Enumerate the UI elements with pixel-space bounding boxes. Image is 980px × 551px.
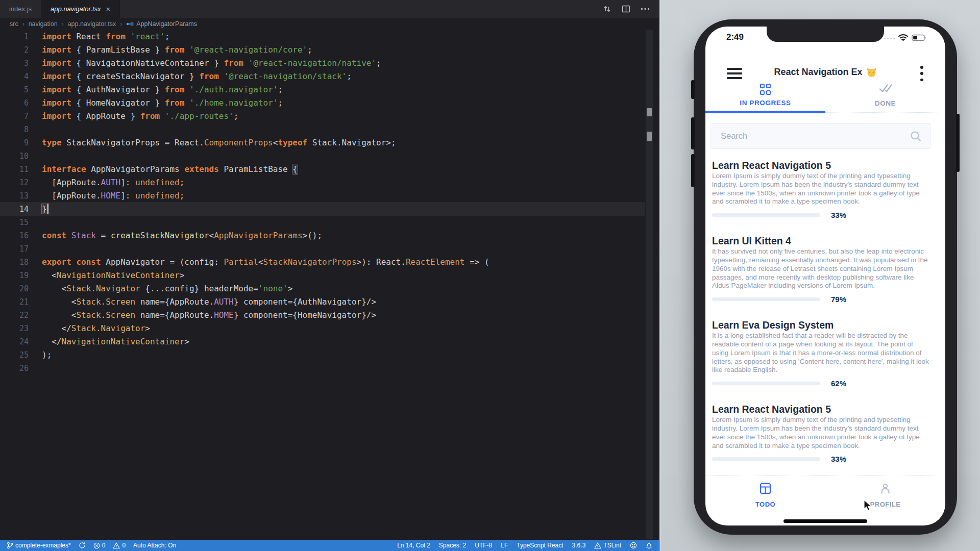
code-line-5[interactable]: 5import { AuthNavigator } from './auth.n… <box>0 83 645 96</box>
code-line-26[interactable]: 26 <box>0 362 645 375</box>
code-line-19[interactable]: 19 <NavigationNativeContainer> <box>0 269 645 282</box>
search-input[interactable] <box>711 123 930 148</box>
problems-errors[interactable]: 0 <box>93 542 106 549</box>
todo-card[interactable]: Learn Eva Design System It is a long est… <box>712 319 939 385</box>
close-icon[interactable]: × <box>106 5 111 13</box>
errors-icon <box>93 542 100 549</box>
code-line-9[interactable]: 9type StackNavigatorProps = React.Compon… <box>0 136 645 149</box>
todo-description: It is a long established fact that a rea… <box>712 332 930 374</box>
code-line-10[interactable]: 10 <box>0 149 645 163</box>
code-text: <Stack.Screen name={AppRoute.HOME} compo… <box>42 309 376 322</box>
auto-attach-status[interactable]: Auto Attach: On <box>133 542 176 549</box>
code-line-24[interactable]: 24 </NavigationNativeContainer> <box>0 335 645 348</box>
code-text: import React from 'react'; <box>42 30 169 43</box>
breadcrumb-symbol[interactable]: AppNavigatorParams <box>126 20 197 28</box>
git-branch-status[interactable]: complete-exmaples* <box>7 542 71 549</box>
indentation[interactable]: Spaces: 2 <box>439 542 466 549</box>
todo-title: Learn React Navigation 5 <box>712 404 939 415</box>
phone-power-button <box>956 114 960 172</box>
code-line-3[interactable]: 3import { NavigationNativeContainer } fr… <box>0 57 645 70</box>
code-editor[interactable]: 1import React from 'react';2import { Par… <box>0 30 645 375</box>
code-line-14[interactable]: 14} <box>0 203 645 216</box>
mouse-cursor <box>863 499 874 514</box>
tslint-status[interactable]: TSLint <box>594 542 621 549</box>
todo-progress: 33% <box>712 213 939 217</box>
cursor-position[interactable]: Ln 14, Col 2 <box>397 542 430 549</box>
code-line-15[interactable]: 15 <box>0 216 645 229</box>
line-number: 15 <box>0 216 29 229</box>
screenshot-root: index.js app.navigator.tsx × src › <box>0 0 980 551</box>
search-icon[interactable] <box>910 130 922 145</box>
todo-title: Learn React Navigation 5 <box>712 160 939 171</box>
overview-ruler[interactable] <box>646 30 653 539</box>
code-line-6[interactable]: 6import { HomeNavigator } from './home.n… <box>0 96 645 110</box>
more-actions-icon[interactable] <box>641 8 650 10</box>
breadcrumb-src[interactable]: src <box>10 20 18 28</box>
language-mode[interactable]: TypeScript React <box>517 542 563 549</box>
line-number: 1 <box>0 30 29 43</box>
notifications-bell-icon[interactable] <box>646 542 652 549</box>
code-text: import { createStackNavigator } from '@r… <box>42 70 352 83</box>
problems-warnings[interactable]: 0 <box>113 542 126 549</box>
code-line-7[interactable]: 7import { AppRoute } from './app-routes'… <box>0 110 645 123</box>
line-number: 13 <box>0 189 29 203</box>
breadcrumb-file[interactable]: app.navigator.tsx <box>68 20 116 28</box>
search-box <box>710 123 930 149</box>
code-line-4[interactable]: 4import { createStackNavigator } from '@… <box>0 70 645 83</box>
tab-done[interactable]: DONE <box>825 84 945 112</box>
tab-app-navigator-tsx[interactable]: app.navigator.tsx × <box>41 0 120 18</box>
breadcrumb-navigation[interactable]: navigation <box>29 20 58 28</box>
feedback-smiley-icon[interactable] <box>630 542 637 549</box>
todo-title: Learn UI Kitten 4 <box>712 235 939 247</box>
phone-mockup: 2:49 React Navigation Ex <box>694 19 957 535</box>
phone-screen: 2:49 React Navigation Ex <box>705 27 945 525</box>
layout-todo-icon <box>759 482 772 497</box>
tslint-warning-icon <box>594 542 601 549</box>
phone-volume-down-button <box>691 154 695 187</box>
breadcrumb-separator: › <box>22 20 24 28</box>
tab-in-progress[interactable]: IN PROGRESS <box>705 84 825 112</box>
code-line-8[interactable]: 8 <box>0 123 645 136</box>
compare-changes-icon[interactable] <box>603 5 611 13</box>
editor-actions <box>603 0 659 18</box>
code-line-22[interactable]: 22 <Stack.Screen name={AppRoute.HOME} co… <box>0 309 645 322</box>
bottom-tab-profile[interactable]: PROFILE <box>825 476 945 525</box>
code-text: <Stack.Screen name={AppRoute.AUTH} compo… <box>42 295 376 309</box>
code-line-1[interactable]: 1import React from 'react'; <box>0 30 645 43</box>
kebab-menu-icon[interactable] <box>920 66 923 81</box>
encoding[interactable]: UTF-8 <box>475 542 492 549</box>
split-editor-icon[interactable] <box>622 5 630 13</box>
eol-sequence[interactable]: LF <box>501 542 508 549</box>
code-line-2[interactable]: 2import { ParamListBase } from '@react-n… <box>0 43 645 57</box>
line-number: 22 <box>0 309 29 322</box>
code-line-25[interactable]: 25); <box>0 348 645 362</box>
code-line-16[interactable]: 16const Stack = createStackNavigator<App… <box>0 229 645 242</box>
todo-card[interactable]: Learn UI Kitten 4 It has survived not on… <box>712 235 939 301</box>
code-line-13[interactable]: 13 [AppRoute.HOME]: undefined; <box>0 189 645 203</box>
sync-button[interactable] <box>79 542 86 549</box>
code-text: import { AuthNavigator } from './auth.na… <box>42 83 283 96</box>
code-line-12[interactable]: 12 [AppRoute.AUTH]: undefined; <box>0 176 645 189</box>
vscode-status-bar: complete-exmaples* 0 0 Auto Attach: On <box>0 540 659 551</box>
code-text: const Stack = createStackNavigator<AppNa… <box>42 229 322 242</box>
line-number: 12 <box>0 176 29 189</box>
tab-index-js[interactable]: index.js <box>0 0 41 18</box>
bottom-tab-todo[interactable]: TODO <box>705 476 825 525</box>
todo-list: Learn React Navigation 5 Lorem Ipsum is … <box>712 155 939 475</box>
todo-progress: 62% <box>712 381 939 385</box>
code-line-23[interactable]: 23 </Stack.Navigator> <box>0 322 645 335</box>
line-number: 6 <box>0 96 29 110</box>
code-line-20[interactable]: 20 <Stack.Navigator {...config} headerMo… <box>0 282 645 295</box>
code-line-18[interactable]: 18export const AppNavigator = (config: P… <box>0 256 645 269</box>
line-number: 16 <box>0 229 29 242</box>
status-time: 2:49 <box>726 32 744 42</box>
todo-description: Lorem Ipsum is simply dummy text of the … <box>712 172 930 206</box>
todo-card[interactable]: Learn React Navigation 5 Lorem Ipsum is … <box>712 404 939 461</box>
line-number: 26 <box>0 362 29 375</box>
todo-card[interactable]: Learn React Navigation 5 Lorem Ipsum is … <box>712 160 939 217</box>
code-line-11[interactable]: 11interface AppNavigatorParams extends P… <box>0 163 645 176</box>
code-line-17[interactable]: 17 <box>0 242 645 256</box>
code-line-21[interactable]: 21 <Stack.Screen name={AppRoute.AUTH} co… <box>0 295 645 309</box>
line-number: 8 <box>0 123 29 136</box>
typescript-version[interactable]: 3.6.3 <box>572 542 586 549</box>
